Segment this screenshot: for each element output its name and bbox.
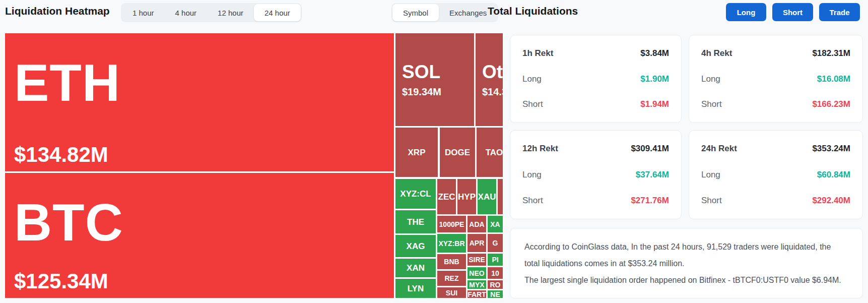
- tile-symbol: G: [493, 239, 498, 247]
- heatmap-tile-xag[interactable]: XAG: [395, 235, 436, 257]
- tile-symbol: NE: [490, 291, 500, 298]
- long-value: $60.84M: [817, 170, 850, 180]
- heatmap-tile-apr[interactable]: APR: [468, 234, 486, 252]
- heatmap-tile-xau[interactable]: XAU: [478, 179, 496, 214]
- tile-symbol: 1000PE: [439, 221, 464, 228]
- card-title: 24h Rekt: [701, 144, 737, 154]
- short-button[interactable]: Short: [772, 3, 813, 21]
- heatmap-tile-others[interactable]: Others$14.39M: [476, 33, 503, 126]
- long-value: $1.90M: [640, 74, 669, 84]
- heatmap-tile-eth[interactable]: ETH$134.82M: [5, 33, 394, 171]
- short-value: $292.40M: [812, 196, 850, 206]
- long-label: Long: [701, 170, 720, 180]
- heatmap-tile-xan[interactable]: XAN: [395, 259, 436, 277]
- tile-symbol: LYN: [408, 284, 424, 293]
- liquidation-heatmap-page: Liquidation Heatmap 1 hour 4 hour 12 hou…: [0, 0, 868, 303]
- tile-symbol: BTC: [14, 196, 123, 249]
- time-filter-group: 1 hour 4 hour 12 hour 24 hour: [121, 3, 302, 22]
- card-total: $182.31M: [812, 48, 850, 58]
- tile-symbol: RO: [490, 281, 501, 288]
- heatmap-tile-xyz-cl[interactable]: XYZ:CL: [395, 179, 436, 209]
- time-filter-12h[interactable]: 12 hour: [207, 4, 254, 21]
- summary-line-2: The largest single liquidation order hap…: [524, 272, 848, 288]
- card-title: 12h Rekt: [522, 144, 558, 154]
- rekt-card-1h: 1h Rekt $3.84M Long $1.90M Short $1.94M: [510, 35, 682, 123]
- trade-button[interactable]: Trade: [819, 3, 860, 21]
- heatmap-tile-the[interactable]: THE: [395, 210, 436, 233]
- card-title: 1h Rekt: [522, 48, 553, 58]
- tile-symbol: XYZ:CL: [400, 190, 431, 198]
- heatmap-tile-g[interactable]: G: [488, 234, 503, 252]
- tile-symbol: HYP: [458, 193, 476, 201]
- tile-symbol: SIRE: [469, 256, 485, 263]
- tile-symbol: NEO: [469, 270, 484, 277]
- view-toggle-symbol-active[interactable]: Symbol: [392, 4, 439, 21]
- tile-value: $125.34M: [14, 271, 108, 292]
- short-label: Short: [701, 196, 722, 206]
- tile-symbol: 10: [491, 270, 499, 277]
- heatmap-tile-xa[interactable]: XA: [488, 216, 503, 232]
- card-total: $353.24M: [812, 144, 850, 154]
- heatmap-tile-hyp[interactable]: HYP: [457, 179, 476, 214]
- time-filter-24h-active[interactable]: 24 hour: [254, 4, 301, 21]
- rekt-card-24h: 24h Rekt $353.24M Long $60.84M Short $29…: [689, 130, 863, 219]
- heatmap: ETH$134.82MBTC$125.34MSOL$19.34MOthers$1…: [4, 33, 503, 298]
- heatmap-tile-sol[interactable]: SOL$19.34M: [395, 33, 474, 126]
- long-label: Long: [522, 74, 542, 84]
- heatmap-tile-pi[interactable]: PI: [488, 254, 503, 266]
- card-title: 4h Rekt: [701, 48, 732, 58]
- time-filter-4h[interactable]: 4 hour: [165, 4, 208, 21]
- short-label: Short: [701, 99, 722, 109]
- tile-symbol: ADA: [469, 221, 484, 228]
- summary-line-1: According to CoinGlass data, In the past…: [524, 238, 848, 272]
- heatmap-tile-xrp[interactable]: XRP: [395, 128, 438, 177]
- short-label: Short: [522, 99, 543, 109]
- card-total: $309.41M: [631, 144, 669, 154]
- short-label: Short: [522, 196, 543, 206]
- tile-symbol: XRP: [408, 148, 426, 157]
- short-value: $1.94M: [640, 99, 669, 109]
- heatmap-tile-rez[interactable]: REZ: [437, 271, 466, 286]
- heatmap-tile-ro[interactable]: RO: [488, 280, 503, 289]
- tile-symbol: FART: [468, 291, 486, 298]
- heatmap-tile-tao[interactable]: TAO: [477, 128, 503, 177]
- long-label: Long: [522, 170, 542, 180]
- tile-value: $134.82M: [14, 144, 108, 165]
- tile-symbol: APR: [470, 239, 485, 247]
- tile-symbol: DOGE: [445, 148, 470, 157]
- heatmap-tile-btc[interactable]: BTC$125.34M: [5, 173, 394, 298]
- short-value: $271.76M: [631, 196, 669, 206]
- heatmap-tile-neo[interactable]: NEO: [468, 267, 486, 279]
- tile-symbol: BNB: [444, 258, 459, 265]
- tile-symbol: XAN: [407, 264, 425, 272]
- heatmap-tile-10[interactable]: 10: [488, 267, 503, 279]
- tile-symbol: SOL: [402, 63, 440, 81]
- long-button[interactable]: Long: [726, 3, 766, 21]
- heatmap-tile-sui[interactable]: SUI: [437, 287, 466, 298]
- heatmap-tile-ada[interactable]: ADA: [468, 216, 486, 232]
- rekt-card-4h: 4h Rekt $182.31M Long $16.08M Short $166…: [689, 35, 863, 123]
- long-value: $37.64M: [636, 170, 669, 180]
- long-label: Long: [701, 74, 720, 84]
- heatmap-tile-lyn[interactable]: LYN: [395, 279, 436, 298]
- heatmap-tile-xyz-br[interactable]: XYZ:BR: [437, 234, 466, 253]
- tile-symbol: TAO: [486, 148, 503, 157]
- heatmap-tile-1000pe[interactable]: 1000PE: [437, 216, 466, 232]
- tile-value: $14.39M: [482, 87, 503, 97]
- heatmap-tile-doge[interactable]: DOGE: [440, 128, 475, 177]
- time-filter-1h[interactable]: 1 hour: [122, 4, 165, 21]
- long-value: $16.08M: [817, 74, 850, 84]
- tile-symbol: Others: [482, 63, 503, 81]
- heatmap-tile-fart[interactable]: FART: [468, 290, 486, 298]
- tile-symbol: SUI: [446, 289, 457, 296]
- tile-value: $19.34M: [402, 87, 441, 97]
- heatmap-tile-sire[interactable]: SIRE: [468, 254, 486, 266]
- heatmap-tile-zec[interactable]: ZEC: [437, 179, 456, 214]
- heatmap-tile-unlabeled[interactable]: [498, 179, 503, 214]
- tile-symbol: ETH: [14, 56, 120, 109]
- heatmap-tile-bnb[interactable]: BNB: [437, 254, 466, 269]
- heatmap-tile-myx[interactable]: MYX: [468, 280, 486, 289]
- total-liquidations-title: Total Liquidations: [488, 5, 578, 17]
- heatmap-tile-ne[interactable]: NE: [488, 290, 503, 298]
- tile-symbol: PI: [492, 256, 498, 263]
